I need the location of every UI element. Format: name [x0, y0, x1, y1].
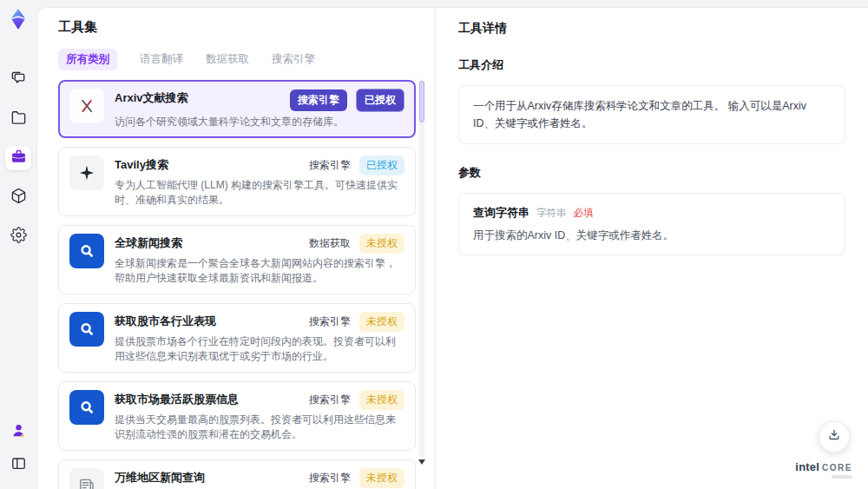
tab-category-0[interactable]: 所有类别: [58, 49, 117, 70]
scroll-down-icon[interactable]: [418, 459, 425, 465]
tool-name: 获取市场最活跃股票信息: [115, 390, 309, 407]
sidebar-item-profile[interactable]: [5, 420, 31, 444]
sidebar-item-files[interactable]: [5, 107, 31, 131]
chat-icon: [10, 70, 27, 90]
tool-name: 全球新闻搜索: [115, 234, 309, 251]
tool-card[interactable]: Arxiv文献搜索 搜索引擎 已授权 访问各个研究领域大量科学论文和文章的存储库…: [58, 80, 416, 138]
param-item: 查询字符串 字符串 必填 用于搜索的Arxiv ID、关键字或作者姓名。: [458, 193, 845, 255]
tool-name: Arxiv文献搜索: [115, 89, 290, 106]
intro-heading: 工具介绍: [458, 57, 845, 73]
sidebar-item-chat[interactable]: [5, 68, 31, 92]
tool-name: 万维地区新闻查询: [115, 468, 309, 486]
newspaper-icon: [69, 468, 104, 489]
tool-intro-text: 一个用于从Arxiv存储库搜索科学论文和文章的工具。 输入可以是Arxiv ID…: [473, 97, 831, 132]
tool-list: Arxiv文献搜索 搜索引擎 已授权 访问各个研究领域大量科学论文和文章的存储库…: [58, 80, 416, 489]
tool-list-panel: 工具集 所有类别语言翻译数据获取搜索引擎 Arxiv文献搜索 搜索引擎 已授权 …: [37, 8, 435, 489]
gear-icon: [10, 227, 27, 247]
tool-auth-badge: 未授权: [359, 234, 404, 254]
tool-category-label: 搜索引擎: [309, 471, 351, 486]
briefcase-icon: [10, 149, 27, 169]
tool-card[interactable]: 全球新闻搜索 数据获取 未授权 全球新闻搜索是一个聚合全球各大新闻网站内容的搜索…: [58, 225, 416, 294]
tab-category-1[interactable]: 语言翻译: [140, 49, 183, 70]
tool-card[interactable]: 万维地区新闻查询 搜索引擎 未授权 查询具体行政区划内的新闻，快速了解各地新闻动: [58, 459, 416, 489]
tool-auth-badge: 未授权: [359, 390, 404, 410]
news-search-icon: [69, 234, 104, 268]
download-icon: [826, 427, 842, 446]
tool-description: 提供当天交易量最高的股票列表。投资者可以利用这些信息来识别流动性强的股票和潜在的…: [115, 413, 404, 442]
news-search-icon: [69, 390, 104, 425]
tool-description: 全球新闻搜索是一个聚合全球各大新闻网站内容的搜索引擎，帮助用户快速获取全球最新资…: [115, 256, 404, 286]
tool-category-label: 搜索引擎: [290, 89, 347, 111]
tool-auth-badge: 未授权: [359, 312, 404, 332]
main-content: 工具集 所有类别语言翻译数据获取搜索引擎 Arxiv文献搜索 搜索引擎 已授权 …: [36, 7, 868, 489]
tool-auth-badge: 未授权: [359, 468, 404, 488]
params-heading: 参数: [458, 165, 845, 181]
gem-logo-icon[interactable]: [6, 7, 30, 31]
download-button[interactable]: [819, 421, 850, 453]
page-title: 工具集: [58, 19, 435, 36]
tab-category-3[interactable]: 搜索引擎: [272, 49, 315, 70]
tool-card[interactable]: Tavily搜索 搜索引擎 已授权 专为人工智能代理 (LLM) 构建的搜索引擎…: [58, 147, 416, 216]
tool-category-label: 搜索引擎: [309, 393, 351, 407]
brand-core-text: CORE: [822, 464, 852, 472]
tool-auth-badge: 已授权: [359, 155, 404, 175]
tool-category-label: 搜索引擎: [309, 158, 351, 173]
sidebar-nav: [5, 68, 31, 248]
param-type: 字符串: [536, 207, 567, 220]
folder-icon: [10, 109, 27, 129]
tool-category-label: 搜索引擎: [309, 314, 351, 329]
tool-description: 提供股票市场各个行业在特定时间段内的表现。投资者可以利用这些信息来识别表现优于或…: [115, 334, 404, 364]
panel-icon: [10, 455, 27, 475]
tool-category-label: 数据获取: [309, 236, 351, 251]
tool-auth-badge: 已授权: [356, 89, 404, 112]
sparkle-icon: [69, 155, 104, 190]
tool-card[interactable]: 获取股市各行业表现 搜索引擎 未授权 提供股票市场各个行业在特定时间段内的表现。…: [58, 303, 416, 373]
tool-description: 专为人工智能代理 (LLM) 构建的搜索引擎工具。可快速提供实时、准确和真实的结…: [115, 178, 404, 208]
sidebar-item-packages[interactable]: [5, 185, 31, 209]
scrollbar[interactable]: [419, 79, 424, 458]
sidebar-item-collapse[interactable]: [5, 453, 31, 477]
tool-description: 访问各个研究领域大量科学论文和文章的存储库。: [115, 115, 404, 129]
param-description: 用于搜索的Arxiv ID、关键字或作者姓名。: [473, 228, 831, 243]
sidebar-item-tools[interactable]: [5, 146, 31, 170]
sidebar-bottom: [5, 420, 31, 477]
brand-intel-text: intel: [795, 461, 819, 472]
tool-name: 获取股市各行业表现: [115, 312, 309, 329]
news-search-icon: [69, 312, 104, 347]
arxiv-icon: [69, 89, 104, 123]
user-icon: [10, 422, 27, 442]
tool-name: Tavily搜索: [115, 155, 309, 173]
tool-card[interactable]: 获取市场最活跃股票信息 搜索引擎 未授权 提供当天交易量最高的股票列表。投资者可…: [58, 381, 416, 451]
cube-icon: [10, 188, 27, 208]
detail-title: 工具详情: [458, 21, 845, 36]
tab-category-2[interactable]: 数据获取: [206, 49, 249, 70]
param-name: 查询字符串: [473, 205, 529, 221]
tool-detail-panel: 工具详情 工具介绍 一个用于从Arxiv存储库搜索科学论文和文章的工具。 输入可…: [435, 8, 868, 489]
scrollbar-thumb[interactable]: [419, 81, 424, 122]
category-tabs: 所有类别语言翻译数据获取搜索引擎: [58, 49, 435, 70]
intel-core-logo: intel CORE: [795, 461, 852, 479]
app-sidebar: [0, 0, 36, 489]
sidebar-item-settings[interactable]: [5, 224, 31, 248]
param-required-badge: 必填: [574, 207, 594, 220]
